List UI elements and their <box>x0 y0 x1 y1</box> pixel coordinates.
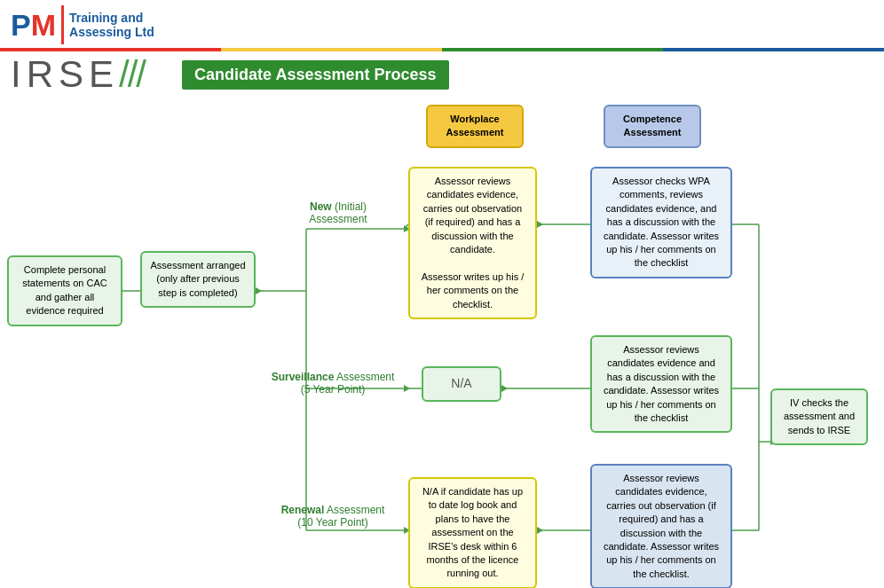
irse-title-row: IRSE /// Candidate Assessment Process <box>0 51 884 96</box>
iv-box: IV checks the assessment and sends to IR… <box>770 388 868 445</box>
diagram: Workplace Assessment Competence Assessme… <box>0 96 884 557</box>
irse-logo: IRSE /// <box>11 53 145 96</box>
workplace-header: Workplace Assessment <box>426 105 524 148</box>
wp-surv-box: N/A <box>422 366 501 402</box>
new-assessment-label: New (Initial) Assessment <box>280 200 396 225</box>
logo-pm-p: P <box>11 8 31 43</box>
start-box: Complete personal statements on CAC and … <box>7 255 122 326</box>
logo-divider <box>61 5 64 44</box>
irse-text: IRSE <box>11 53 119 96</box>
page-title: Candidate Assessment Process <box>182 60 448 90</box>
comp-surv-box: Assessor reviews candidates evidence and… <box>590 335 732 433</box>
header: P M Training and Assessing Ltd <box>0 0 884 48</box>
svg-marker-26 <box>537 527 543 534</box>
renewal-label: Renewal Assessment(10 Year Point) <box>271 504 395 529</box>
comp-new-box: Assessor checks WPA comments, reviews ca… <box>590 167 732 278</box>
wp-new-box: Assessor reviews candidates evidence, ca… <box>408 167 537 319</box>
wp-renewal-box: N/A if candidate has up to date log book… <box>408 477 537 588</box>
svg-marker-22 <box>404 385 410 392</box>
logo-text: Training and Assessing Ltd <box>69 11 154 39</box>
comp-renewal-box: Assessor reviews candidates evidence, ca… <box>590 464 732 588</box>
arranged-box: Assessment arranged (only after previous… <box>140 251 256 308</box>
competence-header: Competence Assessment <box>604 105 701 148</box>
surveillance-label: Surveillance Assessment(5 Year Point) <box>266 371 399 396</box>
svg-marker-24 <box>537 221 543 228</box>
logo-pm-m: M <box>31 8 56 43</box>
svg-marker-20 <box>256 287 262 294</box>
irse-slashes: /// <box>119 53 145 96</box>
svg-marker-25 <box>501 385 508 392</box>
